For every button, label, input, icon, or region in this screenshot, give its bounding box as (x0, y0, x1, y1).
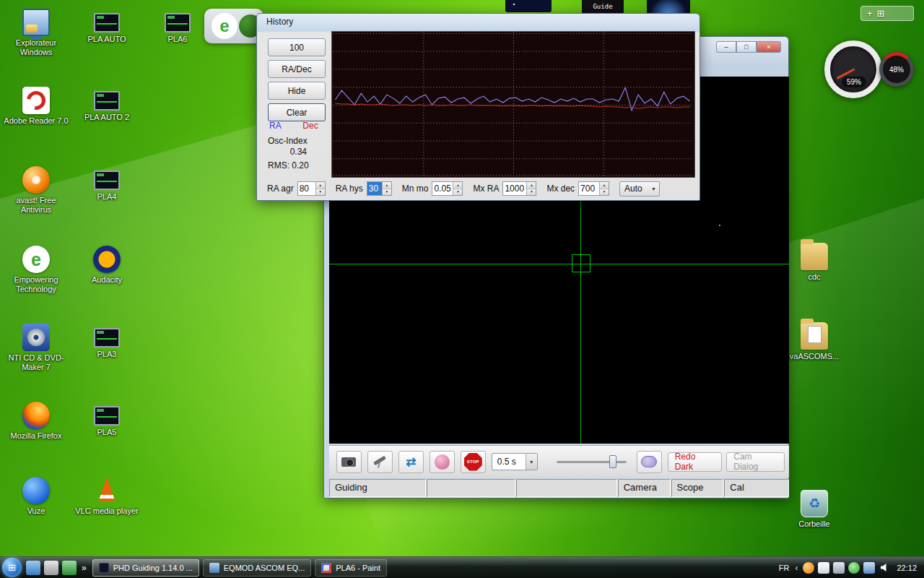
history-window[interactable]: History 100 RA/Dec Hide Clear RA Dec Osc… (256, 13, 700, 201)
desktop-icon-label: PLA5 (74, 428, 140, 437)
spinner-buttons[interactable]: ▲▼ (315, 182, 325, 195)
spinner-buttons[interactable]: ▲▼ (599, 182, 609, 195)
add-gadget-button[interactable]: + (867, 9, 873, 18)
connect-scope-button[interactable] (367, 451, 393, 473)
status-spacer (516, 479, 617, 497)
spinner-buttons[interactable]: ▲▼ (526, 182, 536, 195)
tray-avast-icon[interactable] (803, 562, 814, 574)
desktop-icon-label: VLC media player (74, 506, 140, 516)
desktop-icon-label: Adobe Reader 7.0 (3, 116, 69, 126)
minimize-button[interactable]: – (716, 41, 736, 53)
background-window-fragment[interactable]: e (204, 9, 263, 43)
pla-thumbnail-icon (94, 406, 120, 426)
sidebar-gadget-controls[interactable]: + ⊞ (860, 6, 914, 21)
taskbar-button-eqmod[interactable]: EQMOD ASCOM EQ... (203, 559, 311, 577)
pla-thumbnail-icon (94, 328, 120, 348)
ra-agr-input[interactable] (298, 182, 315, 195)
desktop-icon-vuze[interactable]: Vuze (3, 477, 69, 516)
brain-settings-button[interactable] (637, 451, 662, 473)
slider-thumb[interactable] (609, 455, 616, 468)
mx-ra-spinner[interactable]: ▲▼ (502, 181, 536, 196)
desktop-icon-pla4[interactable]: PLA4 (74, 166, 140, 202)
tray-volume-icon[interactable] (879, 562, 890, 574)
desktop-icon-pla6[interactable]: PLA6 (144, 9, 211, 44)
desktop-icon-pla-auto[interactable]: PLA AUTO (74, 9, 140, 44)
cd-maker-icon (22, 324, 50, 351)
quicklaunch-icon-1[interactable] (26, 561, 40, 575)
mx-dec-spinner[interactable]: ▲▼ (578, 181, 609, 196)
ra-hys-input[interactable] (367, 182, 382, 195)
connect-camera-button[interactable] (336, 451, 362, 473)
guide-window-title: Guide (593, 3, 612, 10)
mx-ra-label: Mx RA (473, 184, 499, 194)
ra-agr-spinner[interactable]: ▲▼ (297, 181, 326, 196)
spin-up-icon: ▲ (453, 182, 462, 189)
spinner-buttons[interactable]: ▲▼ (382, 182, 391, 195)
loop-exposures-button[interactable]: ⇄ (398, 451, 424, 473)
language-indicator[interactable]: FR (779, 564, 790, 572)
spinner-buttons[interactable]: ▲▼ (453, 182, 462, 195)
desktop-icon-vaascoms[interactable]: vaASCOMS... (781, 322, 847, 361)
mn-mo-spinner[interactable]: ▲▼ (432, 181, 463, 196)
chevron-down-icon[interactable]: ▼ (526, 454, 537, 470)
guide-button[interactable] (430, 451, 455, 473)
desktop-icon-pla3[interactable]: PLA3 (74, 324, 140, 359)
exposure-dropdown[interactable]: 0.5 s ▼ (492, 453, 538, 470)
gadget-panel-button[interactable]: ⊞ (877, 9, 885, 18)
quicklaunch-icon-3[interactable] (62, 561, 77, 575)
ram-gauge: 48% (879, 52, 914, 87)
star-window-fragment[interactable] (505, 0, 552, 12)
mn-mo-input[interactable] (432, 182, 453, 195)
desktop-icon-explorateur-windows[interactable]: Explorateur Windows (3, 9, 69, 57)
desktop-icon-vlc[interactable]: VLC media player (74, 477, 140, 516)
taskbar-button-paint[interactable]: PLA6 - Paint (315, 559, 387, 577)
desktop-icon-nti-cd[interactable]: NTI CD & DVD-Maker 7 (3, 324, 69, 372)
quicklaunch-overflow-chevron[interactable]: » (82, 563, 87, 573)
stop-button[interactable]: STOP (461, 451, 486, 473)
gamma-slider[interactable] (557, 454, 627, 469)
desktop-icon-avast[interactable]: avast! Free Antivirus (3, 166, 69, 215)
clear-button[interactable]: Clear (268, 103, 326, 121)
maximize-button[interactable]: □ (736, 41, 757, 53)
taskbar-button-phd-guiding[interactable]: PHD Guiding 1.14.0 ... (92, 559, 199, 577)
desktop-icon-pla-auto-2[interactable]: PLA AUTO 2 (74, 87, 140, 122)
window-title: History (266, 17, 293, 27)
phd-app-icon (99, 563, 109, 573)
avast-icon (22, 166, 50, 194)
hide-button[interactable]: Hide (268, 82, 326, 100)
close-button[interactable]: × (757, 41, 781, 53)
spin-down-icon: ▼ (316, 189, 325, 196)
mx-dec-input[interactable] (579, 182, 599, 195)
desktop: Explorateur Windows PLA AUTO PLA6 Adobe … (0, 0, 924, 578)
chevron-down-icon[interactable]: ▼ (648, 186, 659, 191)
mx-ra-input[interactable] (503, 182, 526, 195)
desktop-icon-corbeille[interactable]: ♻ Corbeille (781, 490, 847, 529)
tray-icon-4[interactable] (848, 562, 860, 574)
desktop-icon-label: PLA3 (74, 350, 140, 359)
dec-mode-dropdown[interactable]: Auto ▼ (619, 181, 660, 197)
start-button[interactable]: ⊞ (2, 558, 22, 577)
desktop-icon-pla5[interactable]: PLA5 (74, 402, 140, 437)
eqmod-app-icon (209, 563, 219, 573)
desktop-icon-empowering-technology[interactable]: e Empowering Technology (3, 246, 69, 294)
desktop-icon-audacity[interactable]: Audacity (74, 246, 140, 285)
quicklaunch-icon-2[interactable] (44, 561, 58, 575)
desktop-icon-adobe-reader[interactable]: Adobe Reader 7.0 (3, 87, 69, 126)
taskbar-clock[interactable]: 22:12 (897, 564, 917, 572)
ra-hys-spinner[interactable]: ▲▼ (367, 181, 392, 196)
tray-icon-2[interactable] (818, 562, 829, 574)
redo-dark-button[interactable]: Redo Dark (668, 452, 723, 472)
pla-thumbnail-icon (94, 91, 120, 111)
tray-tablet-icon[interactable] (833, 562, 845, 574)
tray-expand-chevron[interactable]: ‹ (795, 563, 798, 573)
spin-up-icon: ▲ (316, 182, 325, 189)
desktop-icon-cdc[interactable]: cdc (781, 243, 847, 282)
desktop-icon-firefox[interactable]: Mozilla Firefox (3, 402, 69, 441)
scale-100-button[interactable]: 100 (268, 38, 326, 56)
cam-dialog-button[interactable]: Cam Dialog (726, 452, 785, 472)
tray-network-icon[interactable] (863, 562, 875, 574)
desktop-icon-label: NTI CD & DVD-Maker 7 (3, 353, 69, 372)
history-controls: RA agr ▲▼ RA hys ▲▼ Mn mo ▲▼ Mx RA ▲▼ Mx… (266, 179, 660, 198)
cpu-meter-gadget[interactable]: 59% 48% (821, 36, 917, 108)
ra-dec-button[interactable]: RA/Dec (268, 60, 326, 78)
